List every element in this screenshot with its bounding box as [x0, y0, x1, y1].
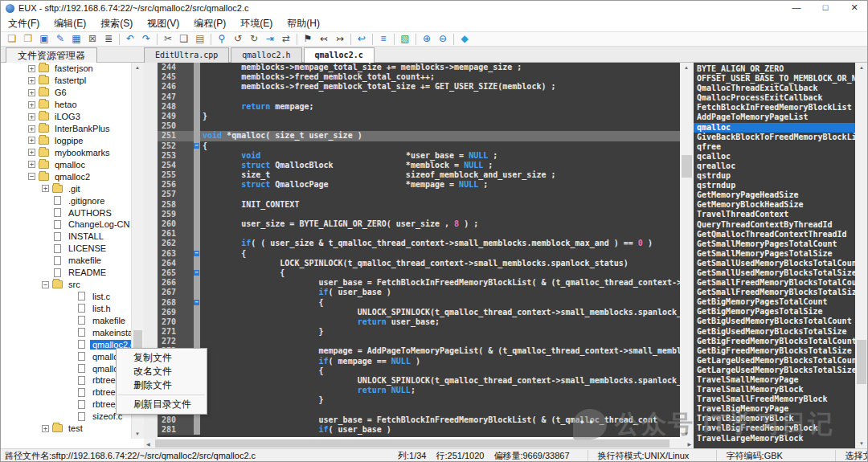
function-item-qmalloc[interactable]: qmalloc — [694, 123, 855, 133]
copy-icon[interactable]: ❑ — [176, 32, 192, 46]
function-item-QmallocProcessExitCallback[interactable]: QmallocProcessExitCallback — [694, 93, 855, 103]
document-list-icon[interactable]: ≣ — [100, 32, 117, 46]
function-item-TravelSmallMemoryBlock[interactable]: TravelSmallMemoryBlock — [694, 385, 855, 395]
expand-icon[interactable]: + — [42, 185, 49, 192]
expand-icon[interactable]: + — [28, 137, 35, 144]
code-line-249[interactable]: 249} — [158, 112, 680, 121]
function-item-GetBigFreedMemoryBlocksTotalSize[interactable]: GetBigFreedMemoryBlocksTotalSize — [694, 346, 855, 356]
tab-qmalloc2.c[interactable]: qmalloc2.c — [304, 47, 375, 63]
close-button[interactable]: ✕ — [840, 1, 868, 15]
tree-item-sizeof.c[interactable]: sizeof.c — [1, 411, 131, 423]
expand-icon[interactable]: + — [28, 77, 35, 84]
tab-qmalloc2.h[interactable]: qmalloc2.h — [231, 47, 301, 63]
function-item-FetchBlockInFreedMemoryBlockList[interactable]: FetchBlockInFreedMemoryBlockList — [694, 103, 855, 112]
scroll-up-icon[interactable]: ▲ — [859, 65, 864, 70]
expand-icon[interactable]: + — [28, 125, 35, 133]
function-item-QueryThreadContextByThreadId[interactable]: QueryThreadContextByThreadId — [694, 220, 855, 230]
tree-item-.gitignore[interactable]: .gitignore — [1, 194, 131, 206]
code-line-280[interactable]: 280 user_base = FetchBlockInFreedMemoryB… — [158, 415, 680, 425]
new-file-icon[interactable]: ❏ — [4, 32, 20, 46]
tree-item-qmalloc2.c[interactable]: qmalloc2.c — [1, 338, 131, 350]
code-line-262[interactable]: 262 if( ( user_size & t_qmalloc_thread_c… — [158, 239, 680, 248]
function-item-GetBigUsedMemoryBlocksTotalCount[interactable]: GetBigUsedMemoryBlocksTotalCount — [694, 317, 855, 326]
function-item-qstrdup[interactable]: qstrdup — [694, 171, 855, 181]
code-line-265[interactable]: 265− { — [158, 268, 680, 278]
tree-item-makefile[interactable]: makefile — [1, 255, 131, 267]
tree-item-AUTHORS[interactable]: AUTHORS — [1, 206, 131, 219]
menu-item[interactable]: 帮助(H) — [280, 15, 327, 32]
code-line-258[interactable]: 258 INIT_CONTEXT — [158, 200, 680, 210]
code-line-245[interactable]: 245 memblocks->freed_memblock_total_coun… — [158, 72, 680, 82]
bookmark-icon[interactable]: ⚑ — [300, 32, 316, 46]
save-all-icon[interactable]: ▦ — [68, 32, 84, 46]
function-item-GetMemoryPageHeadSize[interactable]: GetMemoryPageHeadSize — [694, 190, 855, 200]
code-line-279[interactable]: 279 — [158, 406, 680, 415]
prev-bookmark-icon[interactable]: ↢ — [316, 32, 332, 46]
code-line-264[interactable]: 264 LOCK_SPINLOCK(t_qmalloc_thread_conte… — [158, 259, 680, 268]
code-line-273[interactable]: 273 mempage = AddPageToMemoryPageList( &… — [158, 346, 680, 356]
undo-icon[interactable]: ↶ — [122, 32, 138, 46]
function-item-GetSmallMemoryPagesTotalSize[interactable]: GetSmallMemoryPagesTotalSize — [694, 249, 855, 259]
collapse-icon[interactable]: − — [42, 281, 49, 288]
tree-item-makeinstall[interactable]: makeinstall — [1, 326, 131, 338]
code-line-277[interactable]: 277 return NULL; — [158, 386, 680, 395]
code-line-270[interactable]: 270 return user_base; — [158, 317, 680, 327]
maximize-button[interactable]: □ — [811, 1, 840, 15]
function-item-TravelBigMemoryBlock[interactable]: TravelBigMemoryBlock — [694, 414, 855, 423]
code-editor[interactable]: 244 memblocks->mempage_total_size += mem… — [158, 63, 680, 437]
tree-item-src[interactable]: −src — [1, 279, 131, 291]
tree-item-list.h[interactable]: list.h — [1, 302, 131, 314]
code-line-281[interactable]: 281 if( user_base ) — [158, 425, 680, 435]
function-item-qfree[interactable]: qfree — [694, 142, 855, 152]
fold-collapse-icon[interactable]: − — [194, 300, 199, 305]
function-item-TravelSmallMemoryPage[interactable]: TravelSmallMemoryPage — [694, 375, 855, 385]
function-list-scrollbar[interactable]: ▲ ▼ — [855, 63, 868, 448]
code-line-271[interactable]: 271 } — [158, 327, 680, 337]
scroll-down-icon[interactable]: ▼ — [135, 431, 140, 436]
code-line-260[interactable]: 260 user_size = BYTE_ALIGN_OR_ZERO( user… — [158, 219, 680, 229]
context-menu-item[interactable]: 复制文件 — [117, 351, 207, 365]
expand-icon[interactable]: + — [28, 149, 35, 156]
scroll-down-icon[interactable]: ▼ — [684, 431, 689, 436]
expand-icon[interactable]: + — [28, 89, 35, 96]
cut-icon[interactable]: ✂ — [160, 32, 176, 46]
scroll-right-icon[interactable]: ▶ — [687, 441, 691, 447]
tree-item-fasterjson[interactable]: +fasterjson — [1, 63, 131, 75]
function-item-GetBigFreedMemoryBlocksTotalCount[interactable]: GetBigFreedMemoryBlocksTotalCount — [694, 337, 855, 346]
function-item-qstrndup[interactable]: qstrndup — [694, 181, 855, 190]
menu-item[interactable]: 环境(E) — [233, 15, 280, 32]
context-menu-item[interactable]: 改名文件 — [117, 365, 207, 378]
function-item-GetMemoryBlockHeadSize[interactable]: GetMemoryBlockHeadSize — [694, 200, 855, 210]
replace-icon[interactable]: ⇄ — [278, 32, 294, 46]
fold-collapse-icon[interactable]: − — [194, 251, 199, 256]
menu-item[interactable]: 编辑(E) — [47, 15, 93, 32]
expand-icon[interactable]: + — [28, 65, 35, 72]
open-file-icon[interactable]: ❐ — [20, 32, 36, 46]
code-line-254[interactable]: 254 struct QmallocBlock *memblock = NULL… — [158, 161, 680, 170]
code-line-253[interactable]: 253 void *user_base = NULL ; — [158, 151, 680, 161]
tree-item-.git[interactable]: +.git — [1, 182, 131, 194]
menu-item[interactable]: 搜索(S) — [93, 15, 140, 32]
collapse-icon[interactable]: − — [28, 173, 35, 180]
menu-item[interactable]: 视图(V) — [140, 15, 186, 32]
code-line-244[interactable]: 244 memblocks->mempage_total_size += mem… — [158, 63, 680, 72]
tree-item-LICENSE[interactable]: LICENSE — [1, 243, 131, 255]
tree-item-rbtree.h[interactable]: rbtree.h — [1, 386, 131, 399]
editor-hscrollbar-thumb[interactable] — [155, 440, 669, 448]
tree-item-fastertpl[interactable]: +fastertpl — [1, 75, 131, 87]
code-line-263[interactable]: 263− { — [158, 249, 680, 259]
function-item-GetLargeUsedMemoryBlocksTotalCoun[interactable]: GetLargeUsedMemoryBlocksTotalCoun — [694, 356, 855, 366]
find-prev-icon[interactable]: ↺ — [230, 32, 246, 46]
tree-item-makefile[interactable]: makefile — [1, 314, 131, 326]
function-item-GetSmallFreedMemoryBlocksTotalSiz[interactable]: GetSmallFreedMemoryBlocksTotalSiz — [694, 288, 855, 297]
tree-item-qmalloc2_[interactable]: qmalloc2_ — [1, 362, 131, 374]
function-item-BYTE_ALIGN_OR_ZERO[interactable]: BYTE_ALIGN_OR_ZERO — [694, 64, 855, 74]
code-line-269[interactable]: 269 UNLOCK_SPINLOCK(t_qmalloc_thread_con… — [158, 308, 680, 317]
code-line-261[interactable]: 261 — [158, 229, 680, 239]
scroll-left-icon[interactable]: ◀ — [146, 441, 150, 447]
code-line-250[interactable]: 250 — [158, 121, 680, 131]
code-line-268[interactable]: 268− { — [158, 298, 680, 308]
tree-item-ChangeLog-CN[interactable]: ChangeLog-CN — [1, 219, 131, 231]
code-line-255[interactable]: 255 size_t sizeof_memblock_and_user_size… — [158, 170, 680, 180]
function-list-icon[interactable]: ≡ — [375, 32, 391, 46]
